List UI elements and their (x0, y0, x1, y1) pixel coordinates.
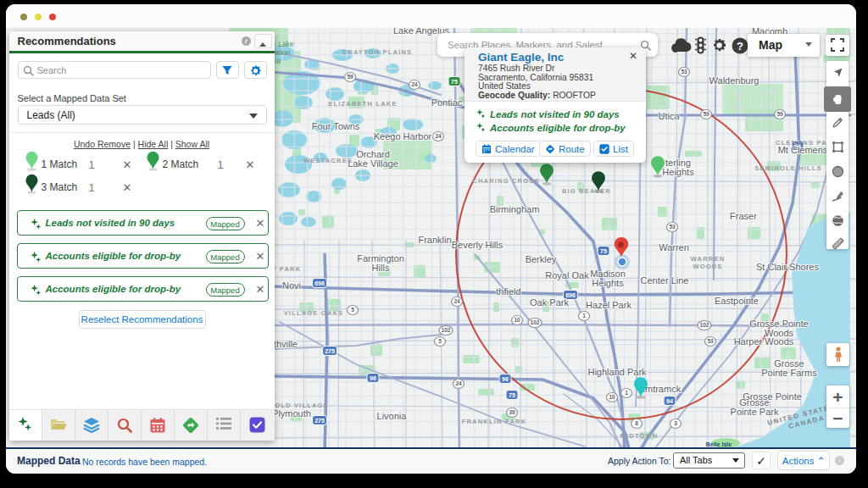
svg-text:10: 10 (514, 317, 520, 323)
svg-text:VILLAGE OAKS: VILLAGE OAKS (284, 309, 344, 317)
svg-text:Heights: Heights (592, 278, 624, 288)
svg-text:Pointe Park: Pointe Park (731, 407, 779, 417)
svg-text:Four Towns: Four Towns (312, 121, 360, 131)
svg-text:94: 94 (666, 398, 673, 404)
svg-text:Waldenburg: Waldenburg (709, 75, 760, 86)
svg-text:275: 275 (325, 348, 335, 354)
svg-text:Warren: Warren (659, 242, 689, 252)
svg-text:75: 75 (451, 79, 458, 85)
svg-text:Plymouth: Plymouth (272, 408, 311, 419)
svg-text:Eastpointe: Eastpointe (715, 296, 759, 306)
svg-text:Oak Park: Oak Park (530, 297, 569, 308)
svg-text:Franklin: Franklin (418, 235, 451, 245)
svg-text:Pontiac: Pontiac (431, 97, 463, 108)
svg-text:53: 53 (707, 338, 714, 344)
svg-text:24: 24 (411, 81, 418, 87)
svg-text:96: 96 (370, 375, 376, 381)
svg-text:Highland Park: Highland Park (587, 367, 647, 377)
svg-text:St Clair Shores: St Clair Shores (756, 262, 819, 272)
svg-text:96: 96 (502, 376, 509, 382)
svg-text:5: 5 (351, 307, 354, 313)
svg-text:75: 75 (600, 248, 607, 254)
svg-text:275: 275 (314, 418, 325, 424)
svg-text:Livonia: Livonia (377, 411, 408, 421)
svg-text:102: 102 (531, 319, 540, 325)
svg-text:59: 59 (776, 111, 783, 117)
svg-text:1: 1 (625, 390, 628, 396)
svg-text:5: 5 (438, 338, 442, 344)
svg-text:DRAYTON PLAINS: DRAYTON PLAINS (342, 48, 413, 56)
svg-text:39: 39 (509, 409, 515, 415)
svg-text:Lake Village: Lake Village (348, 158, 398, 169)
svg-text:WARREN: WARREN (691, 255, 726, 263)
svg-text:Woods: Woods (765, 328, 794, 338)
svg-text:WOODS: WOODS (693, 263, 722, 270)
svg-text:SEMINOLE HILLS: SEMINOLE HILLS (754, 164, 822, 172)
svg-text:3: 3 (674, 420, 677, 426)
svg-text:1: 1 (582, 313, 586, 319)
svg-text:Hills: Hills (372, 263, 390, 273)
svg-text:24: 24 (435, 133, 442, 139)
svg-text:Beverly Hills: Beverly Hills (452, 240, 504, 250)
svg-text:Keego Harbor: Keego Harbor (374, 131, 432, 141)
svg-text:Pointe Farms: Pointe Farms (761, 368, 817, 378)
svg-text:thfield: thfield (496, 286, 520, 297)
svg-text:102: 102 (442, 327, 451, 333)
svg-text:696: 696 (314, 280, 325, 286)
svg-text:Hazel Park: Hazel Park (586, 300, 632, 310)
svg-text:Center Line: Center Line (641, 275, 689, 286)
svg-text:ELIZABETH LAKE: ELIZABETH LAKE (328, 100, 397, 108)
svg-text:Royal Oak: Royal Oak (545, 270, 589, 280)
svg-text:24: 24 (453, 298, 460, 304)
svg-text:53: 53 (669, 224, 676, 230)
svg-text:WESTACRES: WESTACRES (303, 157, 353, 164)
svg-text:59: 59 (347, 74, 353, 80)
svg-text:102: 102 (700, 322, 709, 328)
svg-text:CHARING CROSS: CHARING CROSS (472, 177, 539, 185)
svg-text:MIDTOWN: MIDTOWN (620, 432, 659, 440)
svg-text:Berkley: Berkley (526, 254, 557, 264)
svg-text:10: 10 (609, 394, 615, 400)
svg-text:FRANKLIN PARK: FRANKLIN PARK (462, 418, 527, 425)
svg-text:8: 8 (635, 420, 638, 426)
svg-text:Novi: Novi (282, 280, 301, 291)
svg-text:BIG BEAVER: BIG BEAVER (562, 187, 611, 195)
svg-text:53: 53 (681, 69, 687, 75)
svg-text:Fraser: Fraser (730, 211, 757, 221)
svg-text:Birmingham: Birmingham (490, 204, 540, 214)
svg-text:24: 24 (455, 380, 462, 386)
svg-text:Utica: Utica (658, 111, 680, 121)
svg-text:?: ? (737, 40, 743, 53)
svg-text:59: 59 (703, 111, 709, 117)
svg-text:75: 75 (509, 392, 515, 398)
svg-text:OLD VILLAGE: OLD VILLAGE (275, 402, 329, 409)
svg-text:Heights: Heights (662, 167, 694, 177)
